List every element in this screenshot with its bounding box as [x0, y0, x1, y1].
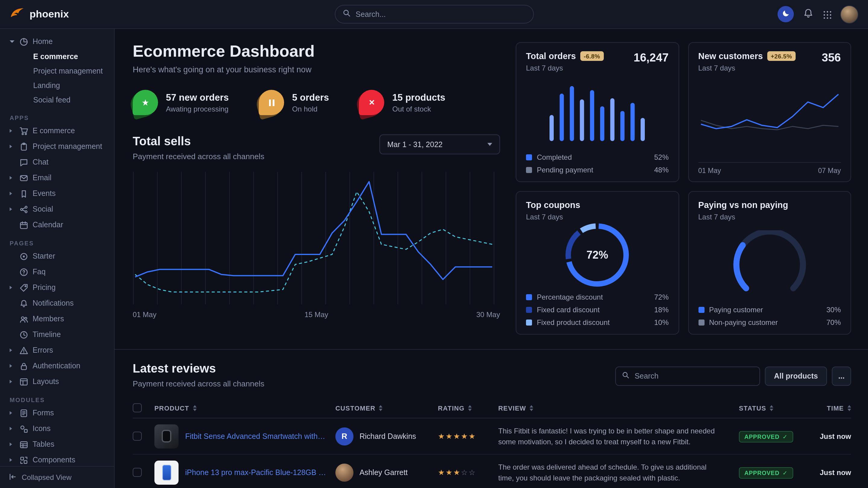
sidebar-item-errors[interactable]: Errors	[7, 343, 108, 358]
card-period: Last 7 days	[698, 64, 796, 72]
review-text: This Fitbit is fantastic! I was trying t…	[498, 425, 739, 447]
reviews-search[interactable]	[615, 366, 760, 386]
legend-item: Percentage discount 72%	[526, 293, 669, 301]
sidebar-item-social[interactable]: Social	[7, 201, 108, 217]
global-search[interactable]	[335, 5, 533, 24]
sidebar-item-faq[interactable]: Faq	[7, 264, 108, 280]
sidebar-item-label: Project management	[33, 142, 102, 151]
date-range-select[interactable]: Mar 1 - 31, 2022	[379, 134, 500, 154]
sidebar-item-project-management-dashboard[interactable]: Project management	[7, 64, 108, 78]
sidebar-item-icons[interactable]: Icons	[7, 421, 108, 436]
collapse-sidebar-button[interactable]: Collapsed View	[0, 466, 114, 488]
stat-orders-on-hold: 5 orders On hold	[259, 90, 329, 115]
chevron-down-icon	[487, 143, 492, 146]
chevron-spacer	[10, 160, 14, 165]
sidebar-item-landing[interactable]: Landing	[7, 78, 108, 93]
product-link[interactable]: iPhone 13 pro max-Pacific Blue-128GB sto…	[185, 468, 327, 477]
sidebar-item-notifications[interactable]: Notifications	[7, 295, 108, 311]
sidebar-item-ecommerce-dashboard[interactable]: E commerce	[7, 50, 108, 64]
pause-icon	[259, 90, 284, 115]
total-sells-chart-svg	[133, 171, 495, 306]
more-options-button[interactable]: ...	[832, 366, 851, 386]
row-checkbox[interactable]	[133, 432, 142, 441]
sidebar-item-label: Chat	[33, 158, 49, 166]
all-products-button[interactable]: All products	[765, 366, 827, 386]
brand-link[interactable]: phoenix	[10, 6, 69, 22]
legend-label: Pending payment	[537, 166, 593, 174]
chevron-spacer	[10, 301, 14, 306]
column-header-time[interactable]: TIME	[806, 404, 851, 412]
sidebar-item-home[interactable]: Home	[7, 34, 108, 50]
reviews-subtitle: Payment received across all channels	[133, 379, 264, 388]
clipboard-icon	[19, 142, 28, 151]
reviews-title: Latest reviews	[133, 362, 264, 376]
sidebar-item-forms[interactable]: Forms	[7, 405, 108, 421]
column-header-status[interactable]: STATUS	[739, 404, 806, 412]
column-header-product[interactable]: PRODUCT	[154, 404, 335, 412]
product-link[interactable]: Fitbit Sense Advanced Smartwatch with To…	[185, 432, 327, 441]
warning-triangle-icon	[19, 346, 28, 355]
stat-value: 57 new orders	[166, 92, 229, 103]
sidebar-item-label: E commerce	[33, 127, 75, 135]
x-mark-icon: ×	[359, 90, 384, 115]
sidebar-item-chat[interactable]: Chat	[7, 154, 108, 170]
table-grid-icon	[19, 440, 28, 449]
stat-value: 15 products	[392, 92, 445, 103]
sidebar-item-authentication[interactable]: Authentication	[7, 358, 108, 374]
column-header-rating[interactable]: RATING	[438, 404, 498, 412]
chevron-spacer	[10, 269, 14, 274]
collapse-label: Collapsed View	[22, 473, 71, 482]
navbar-actions	[777, 5, 858, 23]
notifications-button[interactable]	[803, 7, 814, 21]
sidebar-item-starter[interactable]: Starter	[7, 248, 108, 264]
search-input[interactable]	[355, 10, 526, 19]
sidebar-item-ecommerce[interactable]: E commerce	[7, 123, 108, 139]
bell-icon	[19, 298, 28, 308]
lock-icon	[19, 361, 28, 371]
sidebar-item-social-feed[interactable]: Social feed	[7, 93, 108, 107]
sidebar-nav: Home E commerce Project management Landi…	[0, 29, 115, 488]
sidebar-item-pricing[interactable]: Pricing	[7, 280, 108, 295]
search-icon	[622, 371, 630, 382]
user-avatar[interactable]	[840, 5, 858, 23]
sidebar-item-email[interactable]: Email	[7, 170, 108, 186]
table-row: iPhone 13 pro max-Pacific Blue-128GB sto…	[133, 455, 851, 488]
theme-toggle-button[interactable]	[777, 6, 794, 22]
sidebar-item-events[interactable]: Events	[7, 186, 108, 201]
row-checkbox[interactable]	[133, 468, 142, 477]
sidebar-item-label: Components	[33, 456, 75, 464]
sidebar-item-label: Timeline	[33, 330, 61, 339]
sidebar-item-members[interactable]: Members	[7, 311, 108, 327]
select-all-checkbox[interactable]	[133, 403, 142, 412]
card-title: Paying vs non paying	[698, 200, 788, 210]
moon-icon	[781, 9, 790, 20]
stat-value: 5 orders	[292, 92, 329, 103]
apps-menu-button[interactable]	[823, 10, 831, 19]
sidebar-item-components[interactable]: Components	[7, 452, 108, 468]
envelope-icon	[19, 173, 28, 183]
sidebar-item-timeline[interactable]: Timeline	[7, 327, 108, 343]
sidebar-item-layouts[interactable]: Layouts	[7, 374, 108, 389]
sidebar-item-label: Notifications	[33, 299, 73, 307]
stat-caption: Out of stock	[392, 105, 445, 113]
x-tick: 01 May	[698, 167, 721, 174]
review-time: Just now	[806, 432, 851, 441]
table-header-row: PRODUCT CUSTOMER RATING REVIEW STATUS TI…	[133, 398, 851, 418]
sidebar-item-label: Forms	[33, 409, 54, 417]
sidebar-item-calendar[interactable]: Calendar	[7, 217, 108, 233]
chevron-spacer	[10, 332, 14, 337]
reviews-search-input[interactable]	[634, 372, 753, 380]
column-header-customer[interactable]: CUSTOMER	[335, 404, 438, 412]
legend-swatch	[526, 294, 532, 300]
legend-item: Paying customer 30%	[698, 306, 841, 314]
legend-item: Completed 52%	[526, 153, 669, 162]
sidebar-item-tables[interactable]: Tables	[7, 436, 108, 452]
column-header-review[interactable]: REVIEW	[498, 404, 739, 412]
trend-badge: -6.8%	[580, 51, 603, 61]
cart-icon	[19, 126, 28, 136]
shapes-icon	[19, 424, 28, 433]
total-orders-value: 16,247	[634, 51, 669, 65]
x-tick: 15 May	[305, 311, 329, 319]
sidebar-item-project-management[interactable]: Project management	[7, 139, 108, 154]
new-orders-icon: ★	[133, 90, 158, 115]
